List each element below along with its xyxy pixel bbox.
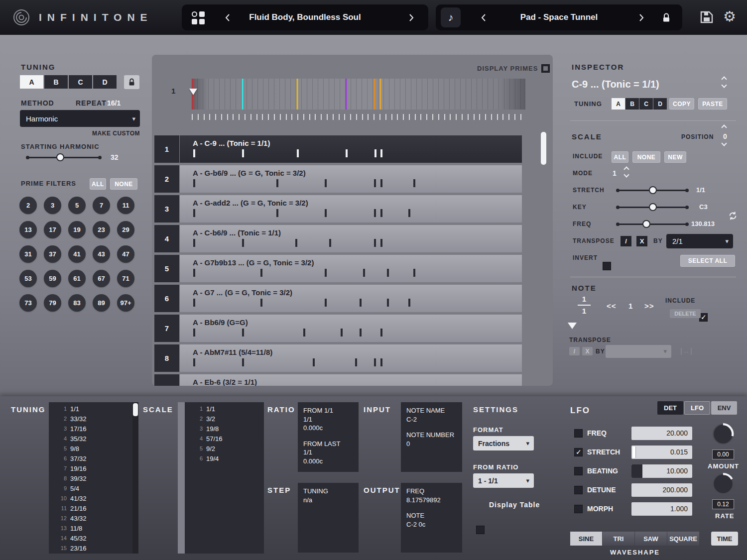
transpose-divide-button[interactable]: /	[621, 236, 631, 246]
note-tick[interactable]	[360, 329, 362, 336]
paste-button[interactable]: PASTE	[698, 98, 727, 110]
tuning-ratio-row[interactable]: 839/32	[49, 473, 132, 483]
sync-link-icon[interactable]	[728, 211, 738, 221]
note-transpose-range-icon[interactable]: |↔|	[680, 347, 693, 355]
note-tick[interactable]	[380, 209, 382, 217]
prime-filter-3[interactable]: 3	[44, 197, 61, 214]
prime-filter-83[interactable]: 83	[68, 294, 86, 312]
spectrum-marker[interactable]	[380, 79, 381, 110]
prime-filter-2[interactable]: 2	[19, 197, 37, 214]
scale-ratio-row[interactable]: 59/2	[185, 444, 264, 453]
amount-value-box[interactable]: 0.00	[712, 449, 734, 459]
tuning-ratio-row[interactable]: 59/8	[49, 444, 132, 453]
prime-filter-41[interactable]: 41	[68, 245, 86, 263]
prime-filter-79[interactable]: 79	[44, 294, 61, 312]
note-tick[interactable]	[374, 179, 376, 187]
stretch-checkbox[interactable]	[574, 448, 583, 456]
tuning-ratio-row[interactable]: 637/32	[49, 453, 132, 463]
transpose-multiply-button[interactable]: X	[636, 236, 647, 246]
scale-row-body[interactable]: A - C-9 ... (Tonic = 1/1)	[180, 135, 522, 163]
scale-row-body[interactable]: A - AbM7#11 (5/4=11/8)	[180, 344, 522, 372]
starting-harmonic-handle[interactable]	[56, 153, 64, 161]
tuning-ratio-row[interactable]: 719/16	[49, 463, 132, 473]
make-custom-button[interactable]: MAKE CUSTOM	[75, 130, 140, 137]
beating-value-field[interactable]: 10.000	[631, 464, 692, 478]
key-handle[interactable]	[649, 203, 657, 211]
prime-filter-37[interactable]: 37	[44, 245, 61, 263]
scale-row-body[interactable]: A - Eb-6 (3/2 = 1/1)	[180, 374, 522, 386]
scale-row-7[interactable]: 7A - Bb6/9 (G=G)	[154, 315, 522, 342]
tuning-ratio-row[interactable]: 1243/32	[49, 513, 132, 523]
note-tick[interactable]	[346, 149, 348, 157]
note-tick[interactable]	[325, 269, 327, 277]
tuning-ratio-row[interactable]: 1311/8	[49, 523, 132, 533]
starting-harmonic-slider[interactable]	[27, 157, 100, 158]
prime-filter-97+[interactable]: 97+	[117, 294, 134, 312]
prime-filter-47[interactable]: 47	[117, 245, 134, 263]
tuning-ratio-row[interactable]: 435/32	[49, 434, 132, 444]
tuning-ratio-row[interactable]: 1445/32	[49, 533, 132, 543]
note-tick[interactable]	[193, 209, 195, 217]
note-tick[interactable]	[276, 209, 278, 217]
freq-slider[interactable]	[618, 224, 687, 225]
prime-filter-19[interactable]: 19	[68, 221, 86, 238]
note-tick[interactable]	[193, 239, 195, 247]
scale-row-5[interactable]: 5A - G7b9b13 ... (G = G, Tonic = 3/2)	[154, 255, 522, 282]
note-delete-button[interactable]: DELETE	[670, 309, 701, 318]
prime-filter-7[interactable]: 7	[93, 197, 110, 214]
prime-filter-23[interactable]: 23	[93, 221, 110, 238]
prime-filter-67[interactable]: 67	[93, 270, 110, 287]
selection-up-down-stepper[interactable]	[722, 77, 726, 87]
note-tick[interactable]	[313, 358, 315, 366]
spectrum-marker[interactable]	[346, 79, 347, 110]
primes-all-button[interactable]: ALL	[90, 178, 106, 190]
from-ratio-select[interactable]: 1 - 1/1 ▾	[473, 473, 534, 488]
scale-row-3[interactable]: 3A - G-add2 ... (G = G, Tonic = 3/2)	[154, 195, 522, 223]
tuning-ratio-row[interactable]: 95/4	[49, 483, 132, 493]
waveshape-tri[interactable]: TRI	[603, 532, 634, 546]
note-transpose-by-select[interactable]: ▾	[606, 345, 671, 358]
include-all-button[interactable]: ALL	[612, 151, 628, 163]
note-tick[interactable]	[374, 209, 376, 217]
tuning-ratio-row[interactable]: 11/1	[49, 404, 132, 414]
instrument-note-icon[interactable]: ♪	[441, 7, 461, 27]
settings-gear-icon[interactable]: ⚙	[723, 8, 736, 25]
scale-row-6[interactable]: 6A - G7 ... (G = G, Tonic = 3/2)	[154, 285, 522, 312]
note-tick[interactable]	[341, 329, 343, 336]
method-select[interactable]: Harmonic ▾	[20, 110, 140, 127]
note-tick[interactable]	[380, 149, 382, 157]
note-tick[interactable]	[408, 299, 410, 307]
preset-b-title[interactable]: Pad - Space Tunnel	[520, 12, 598, 22]
note-tick[interactable]	[193, 358, 195, 366]
note-prev-button[interactable]: <<	[607, 302, 617, 310]
scale-list-scrollbar[interactable]	[178, 402, 185, 554]
scale-row-body[interactable]: A - G7b9b13 ... (G = G, Tonic = 3/2)	[180, 255, 522, 282]
rate-value-box[interactable]: 0.12	[712, 499, 734, 509]
tab-env[interactable]: ENV	[711, 401, 737, 415]
invert-checkbox[interactable]	[603, 262, 611, 270]
rate-knob[interactable]	[711, 472, 735, 496]
beating-checkbox[interactable]	[574, 467, 583, 475]
prime-filter-17[interactable]: 17	[44, 221, 61, 238]
note-transpose-multiply-button[interactable]: X	[582, 347, 593, 355]
stretch-handle[interactable]	[649, 186, 657, 194]
note-transpose-divide-button[interactable]: /	[569, 347, 580, 355]
prime-filter-71[interactable]: 71	[117, 270, 134, 287]
scale-row-9[interactable]: 9A - Eb-6 (3/2 = 1/1)	[154, 374, 522, 386]
inspector-slot-a[interactable]: A	[612, 98, 625, 110]
note-tick[interactable]	[380, 179, 382, 187]
note-tick[interactable]	[193, 149, 195, 157]
repeat-value[interactable]: 16/1	[107, 99, 121, 107]
note-tick[interactable]	[260, 299, 262, 307]
note-tick[interactable]	[325, 299, 327, 307]
tuning-list-scrollbar-thumb[interactable]	[133, 403, 138, 416]
note-tick[interactable]	[193, 329, 195, 336]
stretch-slider[interactable]	[618, 190, 687, 191]
note-tick[interactable]	[363, 269, 365, 277]
tuning-slot-c[interactable]: C	[69, 75, 92, 89]
prime-filter-31[interactable]: 31	[19, 245, 37, 263]
display-primes-checkbox[interactable]	[541, 64, 550, 73]
note-tick[interactable]	[193, 179, 195, 187]
amount-knob[interactable]	[711, 422, 735, 446]
save-icon[interactable]	[700, 11, 713, 23]
